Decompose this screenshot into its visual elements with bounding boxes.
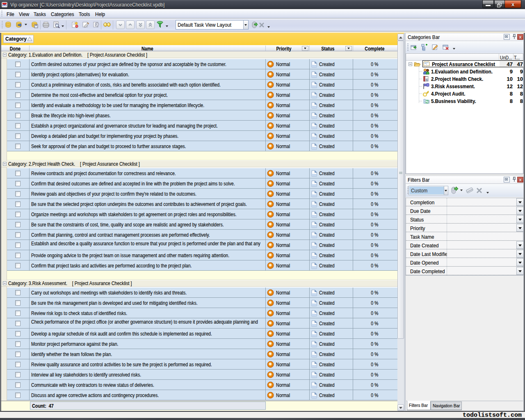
svg-text:5: 5 — [426, 79, 427, 81]
